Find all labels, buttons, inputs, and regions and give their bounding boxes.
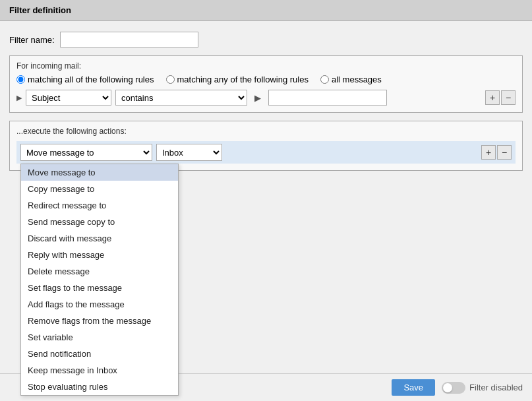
dropdown-item-send-copy[interactable]: Send message copy to: [21, 214, 178, 230]
inbox-select[interactable]: Inbox Drafts Sent Trash: [156, 144, 222, 161]
dropdown-item-copy[interactable]: Copy message to: [21, 181, 178, 197]
dropdown-item-reply[interactable]: Reply with message: [21, 247, 178, 263]
rule-buttons: + −: [485, 90, 516, 105]
radio-row: matching all of the following rules matc…: [16, 75, 516, 84]
filter-name-row: Filter name:: [9, 32, 523, 47]
remove-action-button[interactable]: −: [497, 145, 512, 160]
dropdown-item-stopevaluating[interactable]: Stop evaluating rules: [21, 379, 178, 395]
remove-rule-button[interactable]: −: [501, 90, 516, 105]
action-buttons: + −: [481, 145, 512, 160]
main-content: Filter name: For incoming mail: matching…: [0, 21, 532, 373]
save-button[interactable]: Save: [392, 379, 435, 396]
action-dropdown: Move message to Copy message to Redirect…: [20, 164, 179, 396]
filter-name-input[interactable]: [60, 32, 198, 47]
radio-all[interactable]: matching all of the following rules: [16, 75, 154, 84]
dropdown-item-removeflags[interactable]: Remove flags from the message: [21, 313, 178, 329]
toggle-label: Filter disabled: [469, 383, 523, 392]
radio-msg[interactable]: all messages: [320, 75, 382, 84]
rule-arrow-icon: ▶: [16, 94, 22, 102]
actions-fieldset: ...execute the following actions: Move m…: [9, 121, 523, 171]
dropdown-item-delete[interactable]: Delete message: [21, 263, 178, 280]
page-header: Filter definition: [0, 0, 532, 21]
radio-msg-input[interactable]: [320, 75, 329, 84]
dropdown-item-setflags[interactable]: Set flags to the message: [21, 280, 178, 296]
add-action-button[interactable]: +: [481, 145, 496, 160]
filter-name-label: Filter name:: [9, 35, 55, 45]
dropdown-item-addflags[interactable]: Add flags to the message: [21, 296, 178, 313]
dropdown-item-move[interactable]: Move message to: [21, 164, 178, 181]
add-rule-button[interactable]: +: [485, 90, 500, 105]
actions-legend: ...execute the following actions:: [16, 127, 516, 136]
incoming-mail-fieldset: For incoming mail: matching all of the f…: [9, 55, 523, 113]
dropdown-item-keepinbox[interactable]: Keep message in Inbox: [21, 362, 178, 379]
dropdown-item-discard[interactable]: Discard with message: [21, 230, 178, 247]
page-container: Filter definition Filter name: For incom…: [0, 0, 532, 401]
radio-any-label: matching any of the following rules: [177, 75, 309, 84]
toggle-thumb: [443, 383, 452, 392]
rule-condition-select[interactable]: contains does not contain is begins with…: [115, 90, 247, 106]
action-type-select[interactable]: Move message to Copy message to Redirect…: [20, 144, 152, 161]
radio-any-input[interactable]: [166, 75, 175, 84]
page-title: Filter definition: [9, 5, 71, 15]
dropdown-item-notification[interactable]: Send notification: [21, 346, 178, 362]
rule-field-select[interactable]: Subject From To Cc Body: [26, 90, 111, 106]
incoming-mail-legend: For incoming mail:: [16, 61, 516, 71]
radio-all-input[interactable]: [16, 75, 25, 84]
action-row: Move message to Copy message to Redirect…: [16, 141, 516, 164]
dropdown-item-redirect[interactable]: Redirect message to: [21, 197, 178, 214]
toggle-track[interactable]: [442, 382, 465, 394]
rule-row: ▶ Subject From To Cc Body contains does …: [16, 90, 516, 106]
dropdown-item-setvariable[interactable]: Set variable: [21, 329, 178, 346]
radio-all-label: matching all of the following rules: [28, 75, 154, 84]
radio-msg-label: all messages: [332, 75, 382, 84]
rule-icon: ▶: [251, 91, 264, 104]
rule-value-input[interactable]: [268, 90, 387, 106]
radio-any[interactable]: matching any of the following rules: [166, 75, 309, 84]
toggle-switch[interactable]: Filter disabled: [442, 382, 523, 394]
